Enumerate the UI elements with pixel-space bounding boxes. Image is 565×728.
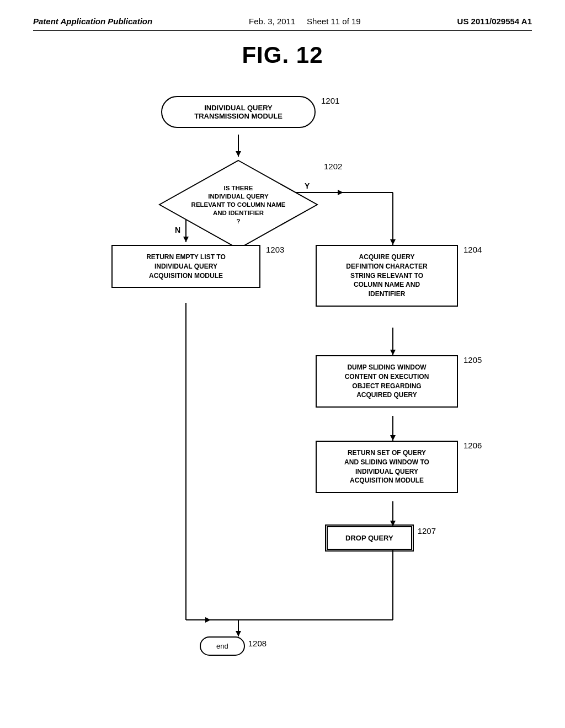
- label-1201: INDIVIDUAL QUERY TRANSMISSION MODULE: [194, 104, 282, 120]
- label-1203: RETURN EMPTY LIST TOINDIVIDUAL QUERYACQU…: [146, 253, 226, 280]
- node-1202: IS THEREINDIVIDUAL QUERYRELEVANT TO COLU…: [158, 159, 342, 250]
- ref-1205: 1205: [463, 355, 482, 365]
- patent-number: US 2011/029554 A1: [457, 17, 532, 26]
- figure-title: FIG. 12: [33, 42, 532, 68]
- shape-1202: IS THEREINDIVIDUAL QUERYRELEVANT TO COLU…: [158, 159, 318, 250]
- publication-label: Patent Application Publication: [33, 17, 152, 26]
- svg-marker-12: [390, 350, 396, 355]
- sheet-info: Feb. 3, 2011 Sheet 11 of 19: [249, 17, 361, 26]
- svg-marker-16: [390, 521, 396, 526]
- label-1202: IS THEREINDIVIDUAL QUERYRELEVANT TO COLU…: [189, 184, 288, 226]
- ref-1201: 1201: [321, 96, 339, 105]
- ref-1202: 1202: [324, 162, 342, 171]
- node-1205: DUMP SLIDING WINDOWCONTENT ON EXECUTIONO…: [316, 355, 482, 408]
- page: Patent Application Publication Feb. 3, 2…: [0, 0, 565, 728]
- node-1201: INDIVIDUAL QUERY TRANSMISSION MODULE 120…: [161, 96, 339, 128]
- shape-1205: DUMP SLIDING WINDOWCONTENT ON EXECUTIONO…: [316, 355, 458, 408]
- ref-1207: 1207: [418, 526, 436, 536]
- label-1204: ACQUIRE QUERYDEFINITION CHARACTERSTRING …: [346, 253, 427, 298]
- svg-marker-14: [390, 435, 396, 441]
- shape-1207-wrapper: DROP QUERY: [327, 526, 412, 550]
- label-1206: RETURN SET OF QUERYAND SLIDING WINDOW TO…: [344, 449, 429, 484]
- ref-1208: 1208: [248, 639, 266, 648]
- label-1205: DUMP SLIDING WINDOWCONTENT ON EXECUTIONO…: [345, 363, 429, 399]
- page-header: Patent Application Publication Feb. 3, 2…: [33, 17, 532, 31]
- shape-1204: ACQUIRE QUERYDEFINITION CHARACTERSTRING …: [316, 245, 458, 307]
- svg-marker-1: [236, 151, 241, 157]
- shape-1208: end: [200, 636, 245, 656]
- label-1208: end: [216, 642, 228, 650]
- svg-marker-19: [205, 617, 211, 623]
- node-1206: RETURN SET OF QUERYAND SLIDING WINDOW TO…: [316, 441, 482, 493]
- shape-1206: RETURN SET OF QUERYAND SLIDING WINDOW TO…: [316, 441, 458, 493]
- sheet-label: Sheet 11 of 19: [307, 17, 361, 26]
- node-1203: RETURN EMPTY LIST TOINDIVIDUAL QUERYACQU…: [111, 245, 284, 288]
- label-1207: DROP QUERY: [345, 534, 393, 542]
- node-1207: DROP QUERY 1207: [327, 526, 436, 550]
- ref-1206: 1206: [463, 441, 482, 450]
- node-1208: end 1208: [200, 636, 266, 656]
- svg-marker-23: [236, 631, 241, 636]
- ref-1203: 1203: [266, 245, 284, 254]
- shape-1201: INDIVIDUAL QUERY TRANSMISSION MODULE: [161, 96, 316, 128]
- date-label: Feb. 3, 2011: [249, 17, 295, 26]
- ref-1204: 1204: [463, 245, 482, 254]
- flowchart-diagram: N Y: [67, 85, 498, 681]
- svg-marker-10: [390, 239, 396, 245]
- node-1204: ACQUIRE QUERYDEFINITION CHARACTERSTRING …: [316, 245, 482, 307]
- shape-1203: RETURN EMPTY LIST TOINDIVIDUAL QUERYACQU…: [111, 245, 260, 288]
